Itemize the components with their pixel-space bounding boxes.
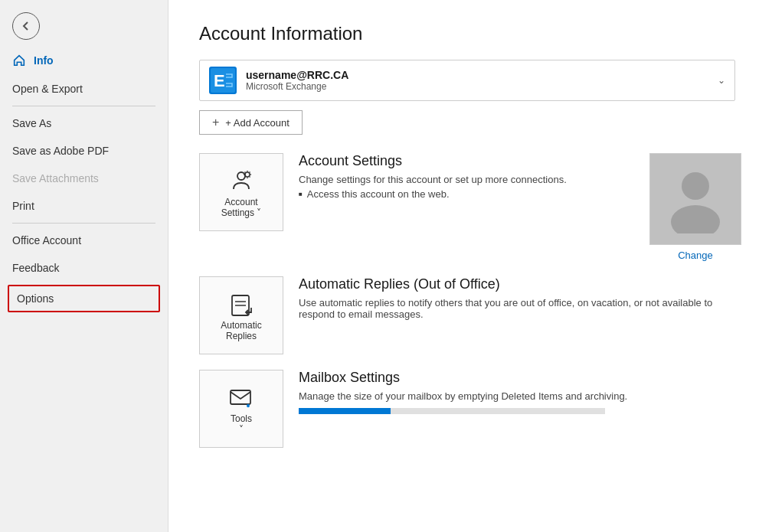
svg-point-3 [237,172,245,180]
mailbox-settings-title: Mailbox Settings [299,370,741,386]
avatar-section: Change [649,153,741,261]
mailbox-progress-container [299,408,605,414]
divider-1 [12,106,155,106]
svg-line-10 [250,177,250,178]
sidebar-item-label: Save as Adobe PDF [12,145,109,157]
automatic-replies-section: AutomaticReplies Automatic Replies (Out … [199,276,741,354]
account-type: Microsoft Exchange [246,81,718,92]
sidebar-item-label: Info [34,54,54,67]
add-icon: + [212,116,219,129]
automatic-replies-icon-label: AutomaticReplies [221,320,261,341]
automatic-replies-icon-box[interactable]: AutomaticReplies [199,276,283,354]
mailbox-settings-desc: Manage the size of your mailbox by empty… [299,390,741,402]
automatic-replies-title: Automatic Replies (Out of Office) [299,276,741,292]
page-title: Account Information [199,23,741,44]
automatic-replies-icon [226,289,257,320]
account-web-link[interactable]: Access this account on the web. [307,188,450,200]
automatic-replies-desc: Use automatic replies to notify others t… [299,297,741,320]
svg-point-14 [671,205,720,233]
mailbox-settings-icon [226,383,257,413]
automatic-replies-content: Automatic Replies (Out of Office) Use au… [299,276,741,323]
account-settings-icon [226,166,257,197]
dropdown-arrow-icon: ⌄ [718,75,725,86]
sidebar-item-open-export[interactable]: Open & Export [0,75,168,103]
exchange-icon: E [209,67,237,94]
sidebar-item-office-account[interactable]: Office Account [0,227,168,254]
account-settings-desc: Change settings for this account or set … [299,174,634,185]
sidebar-item-print[interactable]: Print [0,192,168,220]
mailbox-settings-content: Mailbox Settings Manage the size of your… [299,370,741,414]
account-settings-title: Account Settings [299,153,634,169]
sidebar-item-label: Office Account [12,234,81,246]
svg-point-13 [682,172,709,200]
svg-line-9 [244,171,245,172]
sidebar-item-label: Open & Export [12,83,83,95]
account-settings-icon-box[interactable]: AccountSettings ˅ [199,153,283,231]
divider-2 [12,223,155,224]
sidebar-item-save-as[interactable]: Save As [0,109,168,137]
sidebar: Info Open & Export Save As Save as Adobe… [0,0,168,532]
sidebar-item-label: Print [12,200,34,212]
svg-point-4 [245,172,250,177]
account-info: username@RRC.CA Microsoft Exchange [246,69,718,92]
sidebar-item-save-adobe-pdf[interactable]: Save as Adobe PDF [0,137,168,165]
account-settings-icon-label: AccountSettings ˅ [221,197,262,218]
sidebar-item-label: Save As [12,117,51,129]
account-email: username@RRC.CA [246,69,718,81]
mailbox-progress-fill [299,408,391,414]
account-selector[interactable]: E username@RRC.CA Microsoft Exchange ⌄ [199,60,735,101]
add-account-label: + Add Account [225,117,289,129]
add-account-button[interactable]: + + Add Account [199,110,303,135]
sidebar-item-info[interactable]: Info [0,46,168,75]
sidebar-nav: Info Open & Export Save As Save as Adobe… [0,46,168,532]
avatar-box [649,153,741,245]
home-icon [12,54,26,67]
change-photo-link[interactable]: Change [678,250,713,261]
sidebar-item-save-attachments: Save Attachments [0,165,168,192]
svg-text:E: E [214,71,225,90]
sidebar-item-label: Options [17,292,54,305]
svg-line-11 [250,171,250,172]
svg-rect-18 [231,390,250,404]
sidebar-item-feedback[interactable]: Feedback [0,254,168,282]
sidebar-item-label: Feedback [12,262,59,274]
svg-line-12 [244,177,245,178]
main-content: Account Information E username@RRC.CA Mi… [168,0,772,532]
account-settings-content: Account Settings Change settings for thi… [299,153,634,200]
sidebar-item-label: Save Attachments [12,172,99,184]
back-button[interactable] [12,12,40,40]
account-settings-link-item: Access this account on the web. [299,188,634,200]
mailbox-settings-icon-label: Tools˅ [231,413,252,435]
mailbox-settings-section: Tools˅ Mailbox Settings Manage the size … [199,370,741,448]
account-settings-section: AccountSettings ˅ Account Settings Chang… [199,153,741,261]
mailbox-settings-icon-box[interactable]: Tools˅ [199,370,283,448]
avatar-silhouette [665,165,726,233]
sidebar-item-options[interactable]: Options [8,285,160,312]
